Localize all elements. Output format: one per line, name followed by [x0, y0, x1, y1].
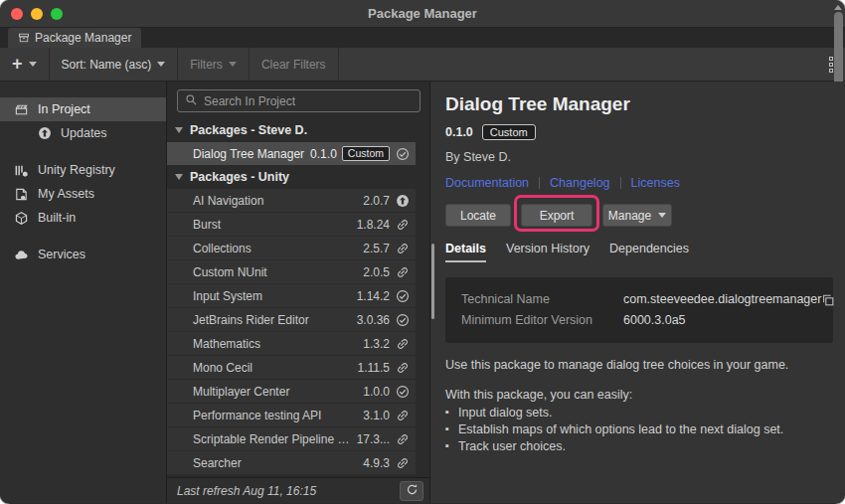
package-version: 2.5.7 — [363, 242, 390, 255]
check-circle-icon — [395, 288, 410, 303]
package-version: 3.1.0 — [363, 409, 390, 422]
package-row[interactable]: Burst1.8.24 — [167, 213, 416, 236]
version-row: 0.1.0 Custom — [445, 124, 833, 140]
clear-filters-button[interactable]: Clear Filters — [250, 48, 338, 81]
updates-icon — [38, 126, 52, 140]
package-version: 1.8.24 — [357, 218, 390, 232]
sidebar-item-in-project[interactable]: In Project — [0, 97, 166, 121]
technical-name-value: com.steeveedee.dialogtreemanager — [623, 289, 821, 310]
package-author: By Steve D. — [445, 150, 833, 164]
package-row[interactable]: Performance testing API3.1.0 — [167, 404, 416, 426]
group-label: Packages - Unity — [190, 170, 289, 184]
package-row[interactable]: Multiplayer Center1.0.0 — [167, 380, 416, 403]
custom-tag: Custom — [482, 124, 536, 140]
documentation-link[interactable]: Documentation — [445, 176, 529, 190]
sidebar-item-my-assets[interactable]: My Assets — [0, 182, 166, 206]
package-row[interactable]: Searcher4.9.3 — [167, 451, 416, 474]
sidebar-item-built-in[interactable]: Built-in — [0, 206, 166, 230]
collapse-triangle-icon[interactable] — [175, 127, 183, 133]
package-version: 1.0.0 — [363, 385, 390, 399]
package-version: 1.11.5 — [358, 361, 390, 375]
package-description: Use this package to manage dialog tree c… — [445, 357, 833, 454]
link-icon — [395, 241, 410, 255]
package-name: Burst — [193, 218, 357, 232]
refresh-status-bar: Last refresh Aug 11, 16:15 — [167, 477, 429, 503]
search-box[interactable] — [177, 89, 421, 112]
refresh-button[interactable] — [400, 481, 423, 501]
package-links: Documentation Changelog Licenses — [445, 176, 833, 190]
package-row[interactable]: Custom NUnit2.0.5 — [167, 260, 416, 283]
package-row[interactable]: Collections2.5.7 — [167, 237, 416, 259]
filters-dropdown[interactable]: Filters — [178, 48, 249, 81]
minimum-editor-version-row: Minimum Editor Version 6000.3.0a5 — [461, 310, 821, 331]
action-buttons-row: Locate Export Manage — [445, 204, 833, 227]
tab-details[interactable]: Details — [445, 242, 486, 262]
package-name: Multiplayer Center — [193, 385, 363, 399]
search-row — [167, 82, 429, 118]
package-row[interactable]: JetBrains Rider Editor3.0.36 — [167, 308, 416, 331]
details-tab-bar: Details Version History Dependencies — [445, 242, 833, 262]
export-button[interactable]: Export — [521, 204, 592, 227]
tab-package-manager[interactable]: Package Manager — [8, 28, 141, 48]
package-details-panel: Dialog Tree Manager 0.1.0 Custom By Stev… — [430, 82, 845, 503]
link-icon — [395, 217, 410, 232]
chevron-down-icon — [658, 213, 666, 218]
package-version: 1.14.2 — [357, 289, 390, 303]
package-name: Searcher — [193, 456, 363, 470]
link-separator — [539, 177, 540, 189]
tab-version-history[interactable]: Version History — [506, 242, 590, 262]
package-name: Mono Cecil — [193, 361, 358, 375]
package-title: Dialog Tree Manager — [445, 93, 833, 115]
package-row[interactable]: Scriptable Render Pipeline Core17.3... — [167, 427, 416, 450]
minimum-editor-version-value: 6000.3.0a5 — [623, 310, 821, 331]
package-version: 2.0.7 — [363, 194, 390, 208]
package-row[interactable]: Mathematics1.3.2 — [167, 332, 416, 355]
package-version: 0.1.0 — [310, 147, 337, 161]
package-name: Performance testing API — [193, 409, 363, 422]
collapse-triangle-icon[interactable] — [175, 174, 183, 180]
package-row[interactable]: Mono Cecil1.11.5 — [167, 356, 416, 379]
package-version: 2.0.5 — [363, 265, 390, 279]
sidebar-item-updates[interactable]: Updates — [0, 121, 166, 145]
link-icon — [395, 431, 410, 446]
tab-dependencies[interactable]: Dependencies — [609, 242, 689, 262]
sidebar-item-unity-registry[interactable]: Unity Registry — [0, 158, 166, 182]
package-name: Input System — [193, 289, 357, 303]
package-name: Collections — [193, 242, 363, 255]
copy-icon[interactable] — [821, 292, 835, 308]
description-bullet: Input dialog sets. — [445, 405, 833, 421]
link-separator — [620, 177, 621, 189]
tab-strip: Package Manager — [0, 28, 845, 48]
search-input[interactable] — [204, 94, 413, 108]
package-row[interactable]: Dialog Tree Manager0.1.0Custom — [167, 142, 416, 165]
scroll-up-icon[interactable] — [834, 5, 842, 10]
sidebar: In Project Updates Unity Registry My Ass… — [0, 82, 167, 503]
chevron-down-icon — [229, 62, 237, 67]
changelog-link[interactable]: Changelog — [550, 176, 609, 190]
chevron-down-icon — [29, 62, 37, 67]
licenses-link[interactable]: Licenses — [631, 176, 680, 190]
package-manager-icon — [18, 32, 30, 44]
last-refresh-label: Last refresh Aug 11, 16:15 — [177, 484, 400, 498]
package-version: 0.1.0 — [445, 125, 473, 139]
locate-button[interactable]: Locate — [445, 204, 511, 227]
details-scrollbar-thumb[interactable] — [431, 244, 434, 319]
package-row[interactable]: Input System1.14.2 — [167, 284, 416, 307]
manage-dropdown-button[interactable]: Manage — [602, 204, 672, 227]
sort-dropdown[interactable]: Sort: Name (asc) — [50, 48, 178, 81]
check-circle-icon — [395, 146, 410, 161]
check-circle-icon — [395, 312, 410, 327]
tab-label: Package Manager — [35, 31, 131, 45]
package-name: JetBrains Rider Editor — [193, 313, 357, 327]
technical-name-row: Technical Name com.steeveedee.dialogtree… — [461, 289, 821, 310]
title-bar: Package Manager — [0, 0, 845, 28]
link-icon — [395, 336, 410, 351]
toolbar: + Sort: Name (asc) Filters Clear Filters — [0, 48, 845, 82]
package-row[interactable]: AI Navigation2.0.7 — [167, 189, 416, 212]
package-group-header[interactable]: Packages - Steve D. — [167, 118, 416, 141]
package-group-header[interactable]: Packages - Unity — [167, 165, 416, 188]
description-intro: Use this package to manage dialog tree c… — [445, 357, 833, 374]
sidebar-item-services[interactable]: Services — [0, 243, 166, 266]
add-package-button[interactable]: + — [0, 48, 49, 81]
package-version: 17.3... — [357, 432, 390, 446]
